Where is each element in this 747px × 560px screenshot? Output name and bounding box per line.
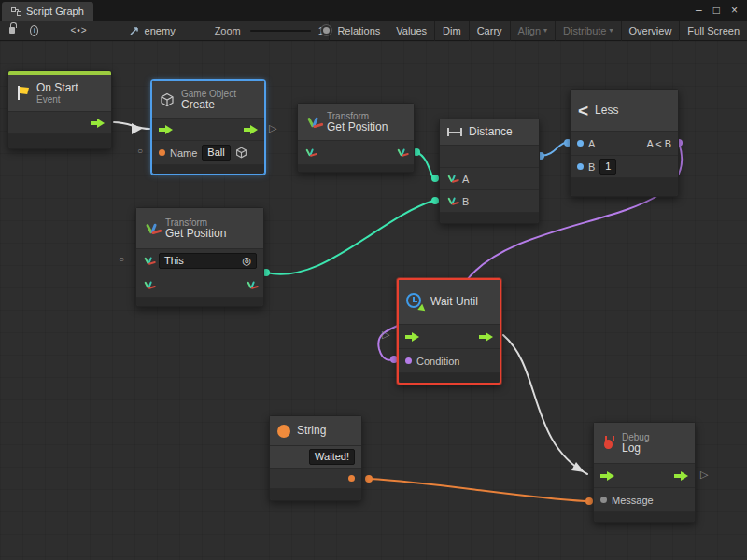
string-value-field[interactable]: Waited! bbox=[309, 449, 355, 465]
zoom-label: Zoom bbox=[215, 25, 241, 36]
fullscreen-button[interactable]: Full Screen bbox=[679, 21, 747, 41]
node-debug-log[interactable]: Debug Log Message bbox=[593, 422, 696, 523]
dim-button[interactable]: Dim bbox=[434, 21, 469, 41]
port-dot[interactable] bbox=[431, 197, 439, 204]
node-create[interactable]: Game Object Create Name Ball bbox=[151, 80, 265, 175]
port-dot[interactable] bbox=[585, 497, 593, 505]
wait-clock-icon bbox=[406, 293, 424, 311]
node-footer bbox=[571, 178, 678, 196]
align-button[interactable]: Align▾ bbox=[510, 21, 555, 41]
output-row bbox=[270, 469, 361, 489]
node-footer bbox=[270, 489, 361, 500]
unconnected-port-marker[interactable]: ○ bbox=[119, 255, 124, 264]
node-wait-until[interactable]: Wait Until Condition bbox=[397, 278, 501, 385]
wire-getposition-to-distance-a[interactable] bbox=[416, 152, 433, 178]
transform-icon-small[interactable] bbox=[143, 280, 154, 291]
name-field[interactable]: Ball bbox=[202, 145, 230, 161]
zoom-slider[interactable] bbox=[250, 30, 311, 32]
relations-button[interactable]: Relations bbox=[329, 21, 388, 41]
node-less[interactable]: < Less A A < B B 1 bbox=[570, 89, 679, 197]
game-object-picker-icon[interactable] bbox=[235, 147, 247, 159]
wire-waituntil-to-log[interactable] bbox=[503, 335, 587, 474]
unconnected-flow-marker[interactable]: ▷ bbox=[269, 123, 276, 133]
lock-icon[interactable] bbox=[9, 27, 15, 34]
node-header: Game Object Create bbox=[152, 81, 264, 119]
transform-input-icon[interactable] bbox=[304, 147, 316, 159]
port-row bbox=[298, 141, 414, 165]
flow-input-port[interactable] bbox=[159, 125, 173, 134]
tab-script-graph[interactable]: Script Graph bbox=[2, 2, 93, 21]
node-footer bbox=[136, 298, 263, 306]
cube-icon bbox=[160, 92, 175, 107]
minimize-icon[interactable]: – bbox=[696, 0, 702, 21]
distribute-button[interactable]: Distribute▾ bbox=[555, 21, 620, 41]
chevron-down-icon: ▾ bbox=[610, 26, 613, 35]
wire-onstart-to-create[interactable] bbox=[114, 122, 149, 129]
flow-input-port[interactable] bbox=[600, 471, 614, 481]
overview-button[interactable]: Overview bbox=[621, 21, 680, 41]
node-title: Get Position bbox=[327, 121, 388, 133]
node-string[interactable]: String Waited! bbox=[269, 415, 362, 501]
zoom-slider-knob[interactable] bbox=[321, 25, 331, 35]
node-get-position-2[interactable]: Transform Get Position This ◎ bbox=[135, 207, 264, 307]
vector3-port-icon[interactable] bbox=[446, 174, 458, 185]
string-output-dot[interactable] bbox=[348, 475, 355, 482]
node-footer bbox=[440, 213, 539, 223]
carry-button[interactable]: Carry bbox=[469, 21, 510, 41]
string-port-dot[interactable] bbox=[159, 149, 165, 156]
vector3-output-icon[interactable] bbox=[246, 280, 257, 291]
flow-output-port[interactable] bbox=[91, 119, 105, 128]
node-on-start[interactable]: On Start Event bbox=[7, 70, 112, 149]
unconnected-port-marker[interactable]: ○ bbox=[137, 147, 143, 156]
script-graph-icon bbox=[11, 7, 21, 17]
flow-output-port[interactable] bbox=[244, 125, 258, 134]
node-subtitle: Event bbox=[36, 94, 78, 105]
title-bar: Script Graph – □ × bbox=[0, 0, 747, 21]
maximize-icon[interactable]: □ bbox=[713, 0, 720, 21]
flow-output-port[interactable] bbox=[479, 332, 493, 342]
vector3-port-icon[interactable] bbox=[446, 196, 458, 207]
flow-input-port[interactable] bbox=[405, 332, 419, 342]
values-button[interactable]: Values bbox=[388, 21, 434, 41]
float-port-dot[interactable] bbox=[577, 163, 584, 170]
input-a-label: A bbox=[462, 174, 469, 185]
wire-distance-to-less[interactable] bbox=[541, 143, 566, 156]
close-icon[interactable]: × bbox=[731, 0, 738, 21]
message-port-dot[interactable] bbox=[600, 497, 607, 503]
transform-input-icon[interactable] bbox=[143, 256, 154, 267]
node-footer bbox=[8, 134, 111, 148]
object-picker-icon[interactable]: ◎ bbox=[242, 255, 251, 267]
bool-port-dot[interactable] bbox=[405, 357, 412, 364]
node-title: Less bbox=[595, 105, 618, 117]
port-dot[interactable] bbox=[431, 175, 439, 182]
info-icon[interactable]: i bbox=[30, 25, 38, 36]
node-title: Create bbox=[181, 99, 236, 111]
wire-string-to-log-message[interactable] bbox=[369, 479, 585, 501]
input-a-label: A bbox=[588, 138, 595, 149]
flow-output-port[interactable] bbox=[674, 471, 688, 481]
port-dot[interactable] bbox=[365, 475, 373, 483]
distance-icon bbox=[447, 128, 462, 136]
graph-toolbar: i <•> enemy Zoom 1x Relations Values Dim… bbox=[0, 21, 747, 41]
node-distance[interactable]: Distance A B bbox=[439, 119, 540, 224]
node-title: Log bbox=[622, 442, 649, 455]
node-get-position-1[interactable]: Transform Get Position bbox=[297, 103, 415, 173]
flow-row bbox=[399, 325, 500, 349]
float-port-dot[interactable] bbox=[577, 140, 584, 147]
wire-getposition2-to-distance-b[interactable] bbox=[266, 201, 433, 274]
unconnected-flow-marker[interactable]: ▷ bbox=[382, 329, 389, 340]
node-header: Transform Get Position bbox=[298, 104, 414, 141]
target-field[interactable]: This ◎ bbox=[159, 253, 257, 269]
node-header: Wait Until bbox=[399, 280, 500, 325]
b-value-field[interactable]: 1 bbox=[599, 159, 616, 175]
node-category: Debug bbox=[622, 432, 649, 442]
flow-row bbox=[8, 112, 111, 134]
vector3-output-icon[interactable] bbox=[396, 147, 407, 159]
unconnected-flow-marker[interactable]: ▷ bbox=[700, 469, 708, 480]
graph-name[interactable]: enemy bbox=[129, 25, 176, 36]
edit-script-icon[interactable]: <•> bbox=[70, 25, 87, 35]
node-category: Game Object bbox=[181, 89, 236, 99]
target-row: This ◎ bbox=[136, 249, 263, 273]
node-category: Transform bbox=[165, 217, 226, 228]
graph-canvas[interactable]: On Start Event Game Object Create bbox=[0, 41, 747, 560]
